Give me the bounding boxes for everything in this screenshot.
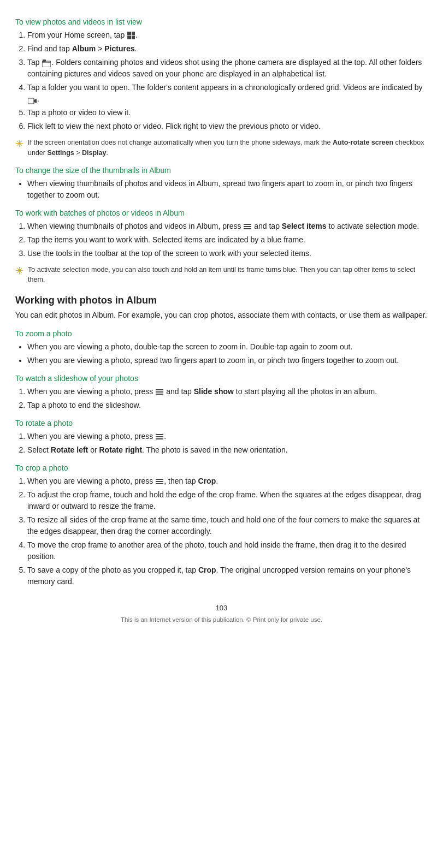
page-footer: 103 This is an Internet version of this … [15, 604, 428, 623]
steps-crop: When you are viewing a photo, press , th… [27, 475, 428, 587]
section-title-crop: To crop a photo [15, 463, 428, 472]
step-item: When you are viewing a photo, spread two… [27, 355, 428, 366]
step-item: When you are viewing a photo, press . [27, 431, 428, 442]
section-batches: To work with batches of photos or videos… [15, 209, 428, 286]
svg-rect-1 [43, 60, 46, 62]
note-icon-2: ✳ [15, 265, 23, 277]
step-item: Tap the items you want to work with. Sel… [27, 234, 428, 246]
step-item: When viewing thumbnails of photos and vi… [27, 178, 428, 201]
section-title-batches: To work with batches of photos or videos… [15, 209, 428, 217]
working-photos-desc: You can edit photos in Album. For exampl… [15, 310, 428, 322]
section-crop: To crop a photo When you are viewing a p… [15, 463, 428, 587]
section-list-view: To view photos and videos in list view F… [15, 17, 428, 158]
section-rotate: To rotate a photo When you are viewing a… [15, 419, 428, 456]
section-title-list-view: To view photos and videos in list view [15, 17, 428, 26]
svg-rect-2 [28, 98, 34, 104]
note-box-orientation: ✳ If the screen orientation does not cha… [15, 138, 428, 158]
grid-icon [127, 32, 135, 39]
step-item: To save a copy of the photo as you cropp… [27, 564, 428, 587]
step-item: Tap a photo to end the slideshow. [27, 400, 428, 411]
menu-icon-2 [156, 389, 163, 395]
steps-batches: When viewing thumbnails of photos and vi… [27, 221, 428, 259]
steps-change-size: When viewing thumbnails of photos and vi… [27, 178, 428, 201]
svg-marker-3 [34, 99, 37, 103]
step-item: Use the tools in the toolbar at the top … [27, 248, 428, 259]
note-box-selection: ✳ To activate selection mode, you can al… [15, 265, 428, 286]
menu-icon [244, 224, 251, 229]
note-text: If the screen orientation does not chang… [28, 138, 428, 158]
section-title-zoom: To zoom a photo [15, 329, 428, 338]
note-text-2: To activate selection mode, you can also… [28, 265, 428, 286]
section-slideshow: To watch a slideshow of your photos When… [15, 374, 428, 411]
step-item: To adjust the crop frame, touch and hold… [27, 489, 428, 512]
step-item: From your Home screen, tap . [27, 29, 428, 41]
section-working-photos: Working with photos in Album You can edi… [15, 295, 428, 322]
step-item: Flick left to view the next photo or vid… [27, 121, 428, 132]
page-number: 103 [15, 604, 428, 612]
steps-list-view: From your Home screen, tap . Find and ta… [27, 29, 428, 132]
step-item: Tap . Folders containing photos and vide… [27, 57, 428, 80]
step-item: To move the crop frame to another area o… [27, 539, 428, 562]
section-title-slideshow: To watch a slideshow of your photos [15, 374, 428, 383]
steps-rotate: When you are viewing a photo, press . Se… [27, 431, 428, 456]
step-item: To resize all sides of the crop frame at… [27, 514, 428, 537]
menu-icon-4 [156, 479, 163, 484]
step-item: When you are viewing a photo, press , th… [27, 475, 428, 487]
steps-slideshow: When you are viewing a photo, press and … [27, 386, 428, 411]
step-item: When viewing thumbnails of photos and vi… [27, 221, 428, 232]
menu-icon-3 [156, 434, 163, 439]
steps-zoom: When you are viewing a photo, double-tap… [27, 341, 428, 366]
section-title-change-size: To change the size of the thumbnails in … [15, 166, 428, 175]
footer-legal: This is an Internet version of this publ… [15, 616, 428, 623]
video-icon [28, 96, 37, 103]
note-icon: ✳ [15, 138, 23, 150]
step-item: When you are viewing a photo, double-tap… [27, 341, 428, 353]
step-item: Select Rotate left or Rotate right. The … [27, 444, 428, 456]
step-item: Tap a photo or video to view it. [27, 107, 428, 118]
section-title-rotate: To rotate a photo [15, 419, 428, 427]
section-change-size: To change the size of the thumbnails in … [15, 166, 428, 201]
big-section-title: Working with photos in Album [15, 295, 428, 306]
folder-icon [42, 59, 51, 67]
step-item: Find and tap Album > Pictures. [27, 43, 428, 55]
step-item: Tap a folder you want to open. The folde… [27, 82, 428, 105]
step-item: When you are viewing a photo, press and … [27, 386, 428, 397]
section-zoom: To zoom a photo When you are viewing a p… [15, 329, 428, 366]
